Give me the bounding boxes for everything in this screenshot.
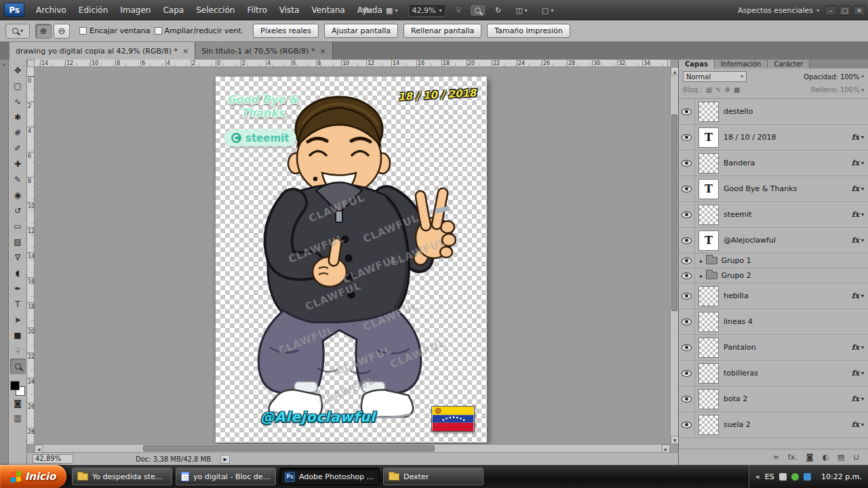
hand-tool[interactable]: ☟ xyxy=(10,343,26,359)
hidden-icons-chevron[interactable]: « xyxy=(755,472,760,481)
crop-tool[interactable]: # xyxy=(10,125,26,140)
visibility-toggle[interactable] xyxy=(679,125,695,150)
brush-tool[interactable]: ✎ xyxy=(10,171,26,187)
layer-row[interactable]: Banderafx▾ xyxy=(679,150,868,176)
layer-thumbnail[interactable] xyxy=(698,205,719,225)
layer-row[interactable]: T18 / 10 / 2018fx▾ xyxy=(679,125,868,150)
fill-value[interactable]: 100% xyxy=(840,86,860,94)
clone-stamp-tool[interactable]: ◉ xyxy=(10,187,26,203)
layer-fx-badge[interactable]: fx▾ xyxy=(852,369,864,378)
ajustar-pantalla-button[interactable]: Ajustar pantalla xyxy=(324,24,398,38)
layer-fx-badge[interactable]: fx▾ xyxy=(852,343,864,352)
close-button[interactable]: ✕ xyxy=(853,5,865,16)
visibility-toggle[interactable] xyxy=(679,268,695,283)
layer-row[interactable]: bota 2fx▾ xyxy=(679,386,868,412)
vertical-scrollbar[interactable]: ▲ ▼ xyxy=(670,67,678,444)
path-selection-tool[interactable]: ➤ xyxy=(10,312,26,327)
visibility-toggle[interactable] xyxy=(679,228,695,253)
checkbox-encajar-ventana[interactable]: Encajar ventana xyxy=(79,26,151,35)
layer-row[interactable]: ▸Grupo 1 xyxy=(679,253,868,268)
chevron-down-icon[interactable]: ▾ xyxy=(861,87,864,93)
lock-pixels-icon[interactable]: ✎ xyxy=(715,86,721,94)
visibility-toggle[interactable] xyxy=(679,99,695,124)
visibility-toggle[interactable] xyxy=(679,361,695,386)
menu-vista[interactable]: Vista xyxy=(273,0,306,20)
foreground-color-swatch[interactable] xyxy=(10,381,20,390)
visibility-toggle[interactable] xyxy=(679,412,695,437)
layer-thumbnail[interactable]: T xyxy=(698,127,719,148)
visibility-toggle[interactable] xyxy=(679,309,695,334)
tab-close-icon[interactable]: × xyxy=(320,47,326,56)
vertical-scroll-thumb[interactable] xyxy=(671,115,677,311)
arrange-documents-button[interactable]: ◫▾ xyxy=(511,4,531,17)
visibility-toggle[interactable] xyxy=(679,386,695,411)
healing-brush-tool[interactable]: ✚ xyxy=(10,156,26,171)
delete-layer-icon[interactable]: ⊔ xyxy=(853,453,859,462)
visibility-toggle[interactable] xyxy=(679,283,695,308)
layer-thumbnail[interactable] xyxy=(698,363,719,384)
document-canvas[interactable]: CLAWFULCLAWFULCLAWFULCLAWFULCLAWFULCLAWF… xyxy=(216,77,487,443)
layer-fx-badge[interactable]: fx▾ xyxy=(852,420,864,429)
blur-tool[interactable]: ∇ xyxy=(10,249,26,265)
quick-selection-tool[interactable]: ✱ xyxy=(10,109,26,125)
layer-thumbnail[interactable] xyxy=(698,312,719,332)
layer-mask-icon[interactable]: ◙ xyxy=(806,453,814,462)
ruler-origin-box[interactable] xyxy=(27,60,35,67)
lasso-tool[interactable]: ∿ xyxy=(10,94,26,109)
layer-fx-badge[interactable]: fx▾ xyxy=(852,159,864,167)
screen-mode-icon[interactable]: ▥ xyxy=(10,413,26,427)
lock-all-icon[interactable]: ■ xyxy=(734,86,740,94)
layer-thumbnail[interactable] xyxy=(698,415,719,435)
rellenar-pantalla-button[interactable]: Rellenar pantalla xyxy=(403,24,481,38)
eyedropper-tool[interactable]: ✐ xyxy=(10,140,26,156)
shape-tool[interactable]: ■ xyxy=(10,327,26,343)
menu-ventana[interactable]: Ventana xyxy=(305,0,351,20)
keyboard-icon[interactable] xyxy=(779,473,787,481)
type-tool[interactable]: T xyxy=(10,296,26,312)
hand-icon[interactable]: ☟ xyxy=(452,4,465,17)
layer-row[interactable]: tobillerasfx▾ xyxy=(679,361,868,386)
security-icon[interactable] xyxy=(791,473,799,481)
expand-arrow-icon[interactable]: ▸ xyxy=(700,272,703,279)
layer-row[interactable]: ▸Grupo 2 xyxy=(679,268,868,283)
taskbar-item[interactable]: PsAdobe Photoshop CS... xyxy=(279,468,380,485)
layer-style-icon[interactable]: fx. xyxy=(788,453,797,462)
eraser-tool[interactable]: ▭ xyxy=(10,218,26,234)
rectangular-marquee-tool[interactable]: ▢ xyxy=(10,78,26,94)
tool-preset-picker[interactable]: ▾ xyxy=(5,24,30,39)
layer-fx-badge[interactable]: fx▾ xyxy=(852,291,864,300)
screen-mode-button[interactable]: ▢▾ xyxy=(538,4,557,17)
layer-thumbnail[interactable]: T xyxy=(698,179,719,199)
layer-fx-badge[interactable]: fx▾ xyxy=(852,184,864,193)
taskbar-item[interactable]: Dexter xyxy=(383,468,484,485)
layer-thumbnail[interactable]: T xyxy=(698,230,719,251)
workspace-switcher[interactable]: Aspectos esenciales ▾ xyxy=(738,0,819,20)
blend-mode-select[interactable]: Normal ▾ xyxy=(683,71,747,82)
expand-arrow-icon[interactable]: ▸ xyxy=(700,258,703,264)
layer-thumbnail[interactable] xyxy=(698,338,719,358)
zoom-tool[interactable] xyxy=(10,359,26,374)
gradient-tool[interactable]: ▨ xyxy=(10,234,26,249)
maximize-button[interactable]: ▢ xyxy=(839,5,851,16)
layer-thumbnail[interactable] xyxy=(698,102,719,122)
quick-mask-icon[interactable]: ◙ xyxy=(10,399,26,412)
menu-imagen[interactable]: Imagen xyxy=(114,0,157,20)
layer-row[interactable]: Pantalonfx▾ xyxy=(679,335,868,361)
píxeles-reales-button[interactable]: Píxeles reales xyxy=(253,24,319,38)
document-tab[interactable]: drawing yo digital copia al 42,9% (RGB/8… xyxy=(9,42,195,60)
horizontal-scrollbar[interactable]: ◀ ▶ xyxy=(35,444,670,452)
layer-fx-badge[interactable]: fx▾ xyxy=(852,236,864,245)
visibility-toggle[interactable] xyxy=(679,202,695,227)
tamaño-impresión-button[interactable]: Tamaño impresión xyxy=(487,24,570,38)
pen-tool[interactable]: ✒ xyxy=(10,281,26,296)
language-indicator[interactable]: ES xyxy=(765,472,774,481)
checkbox-ampliar-reducir-vent[interactable]: Ampliar/reducir vent. xyxy=(155,26,244,35)
layer-row[interactable]: hebillafx▾ xyxy=(679,283,868,309)
menu-capa[interactable]: Capa xyxy=(157,0,190,20)
menu-archivo[interactable]: Archivo xyxy=(30,0,73,20)
layer-row[interactable]: destello xyxy=(679,99,868,125)
history-brush-tool[interactable]: ↺ xyxy=(10,203,26,218)
adjustment-layer-icon[interactable]: ◐ xyxy=(822,453,829,462)
layer-row[interactable]: T@Alejoclawfulfx▾ xyxy=(679,228,868,253)
dock-collapse-strip[interactable]: » xyxy=(0,60,9,465)
